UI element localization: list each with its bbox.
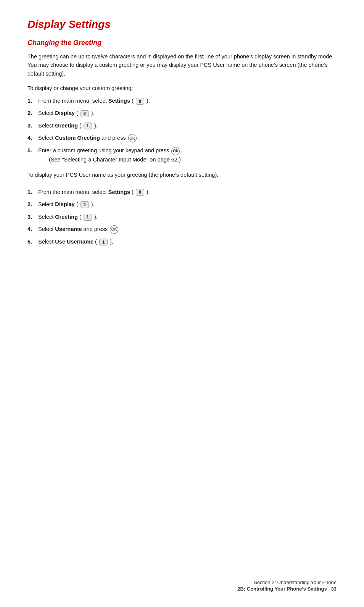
footer-section-label: Section 2: Understanding Your Phone [237,580,337,585]
u-step-content-1: From the main menu, select Settings ( 8 … [38,188,337,196]
ok-badge-3: OK [110,225,118,234]
step-content-5: Enter a custom greeting using your keypa… [38,146,337,164]
custom-step-2: 2. Select Display ( 2 ). [27,109,337,117]
step-number-2: 2. [27,109,38,117]
custom-step-4: 4. Select Custom Greeting and press OK. [27,134,337,142]
step-number-1: 1. [27,97,38,105]
u-step-content-3: Select Greeting ( 1 ). [38,213,337,221]
username-step-1: 1. From the main menu, select Settings (… [27,188,337,196]
section-heading: Changing the Greeting [27,39,337,47]
bold-display-2: Display [55,201,75,207]
u-step-number-4: 4. [27,225,38,233]
step-content-1: From the main menu, select Settings ( 8 … [38,97,337,105]
key-badge-2-2: 2 [81,201,89,208]
username-greeting-intro: To display your PCS User name as your gr… [27,171,337,179]
key-badge-8-2: 8 [136,189,144,196]
key-badge-2-1: 2 [81,110,89,117]
bold-settings-1: Settings [108,98,130,104]
u-step-content-5: Select Use Username ( 1 ). [38,237,337,246]
step-number-5: 5. [27,146,38,155]
username-step-2: 2. Select Display ( 2 ). [27,200,337,208]
u-step-number-2: 2. [27,200,38,208]
u-step-number-5: 5. [27,237,38,246]
custom-steps-list: 1. From the main menu, select Settings (… [27,97,337,164]
bold-username: Username [55,226,82,232]
username-step-3: 3. Select Greeting ( 1 ). [27,213,337,221]
ok-badge-1: OK [128,134,137,142]
step-number-4: 4. [27,134,38,142]
page-title: Display Settings [27,18,337,31]
bold-greeting-1: Greeting [55,123,78,129]
page-footer: Section 2: Understanding Your Phone 2B: … [237,580,337,592]
custom-step-5: 5. Enter a custom greeting using your ke… [27,146,337,164]
footer-chapter-text: 2B: Controlling Your Phone’s Settings [237,586,327,592]
custom-greeting-intro: To display or change your custom greetin… [27,84,337,92]
key-badge-8-1: 8 [136,98,144,105]
username-steps-list: 1. From the main menu, select Settings (… [27,188,337,246]
page-content: Display Settings Changing the Greeting T… [0,0,364,284]
intro-paragraph: The greeting can be up to twelve charact… [27,52,337,78]
bold-use-username: Use Username [55,239,93,245]
key-badge-1-3: 1 [99,239,108,245]
ok-badge-2: OK [171,147,180,155]
bold-custom-greeting: Custom Greeting [55,135,100,141]
username-step-4: 4. Select Username and press OK. [27,225,337,234]
key-badge-1-2: 1 [84,214,92,221]
key-badge-1-1: 1 [84,123,92,129]
bold-greeting-2: Greeting [55,214,78,220]
step-content-3: Select Greeting ( 1 ). [38,121,337,130]
step-number-3: 3. [27,121,38,130]
step-content-4: Select Custom Greeting and press OK. [38,134,337,142]
username-step-5: 5. Select Use Username ( 1 ). [27,237,337,246]
bold-display-1: Display [55,110,75,116]
step-5-subnote: (See “Selecting a Character Input Mode” … [49,157,181,163]
custom-step-3: 3. Select Greeting ( 1 ). [27,121,337,130]
bold-settings-2: Settings [108,189,130,195]
u-step-number-1: 1. [27,188,38,196]
u-step-content-2: Select Display ( 2 ). [38,200,337,208]
footer-page-number: 33 [331,586,337,592]
u-step-number-3: 3. [27,213,38,221]
footer-chapter-label: 2B: Controlling Your Phone’s Settings 33 [237,586,337,592]
u-step-content-4: Select Username and press OK. [38,225,337,234]
custom-step-1: 1. From the main menu, select Settings (… [27,97,337,105]
step-content-2: Select Display ( 2 ). [38,109,337,117]
